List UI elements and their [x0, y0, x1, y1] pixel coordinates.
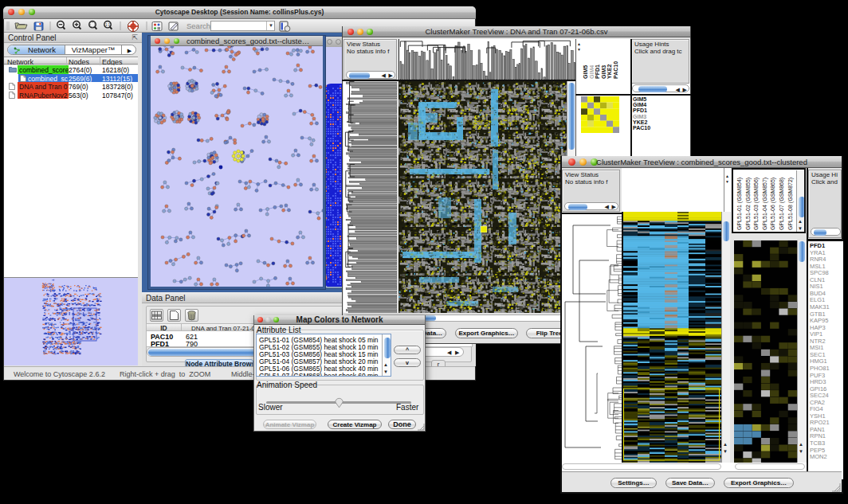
svg-text:Search:: Search: [186, 21, 213, 30]
svg-text:1:1: 1:1 [105, 23, 111, 27]
